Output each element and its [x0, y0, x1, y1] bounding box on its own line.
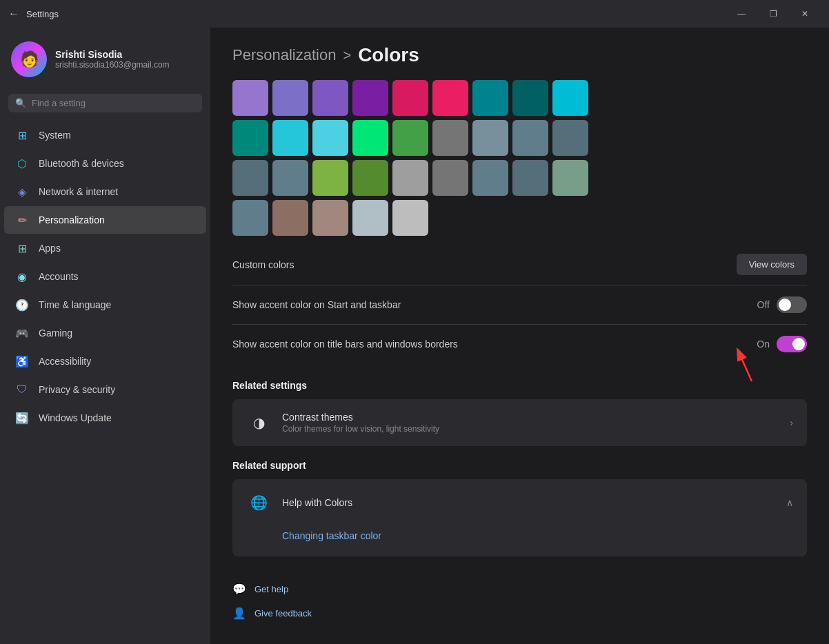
- breadcrumb: Personalization > Colors: [232, 44, 807, 66]
- nav-label-privacy: Privacy & security: [39, 384, 115, 395]
- sidebar-item-accessibility[interactable]: ♿ Accessibility: [4, 348, 206, 375]
- nav-label-personalization: Personalization: [39, 214, 105, 225]
- color-swatch-0-0[interactable]: [232, 80, 268, 116]
- search-input[interactable]: [32, 98, 195, 108]
- help-card-header[interactable]: 🌐 Help with Colors ∧: [232, 479, 807, 526]
- help-card-title-text: Help with Colors: [282, 497, 775, 508]
- user-name: Srishti Sisodia: [55, 49, 170, 60]
- color-swatch-0-2[interactable]: [312, 80, 348, 116]
- contrast-themes-card[interactable]: ◑ Contrast themes Color themes for low v…: [232, 399, 807, 446]
- color-swatch-3-3[interactable]: [352, 200, 388, 236]
- color-swatch-0-1[interactable]: [272, 80, 308, 116]
- sidebar-item-privacy[interactable]: 🛡 Privacy & security: [4, 376, 206, 403]
- sidebar-item-gaming[interactable]: 🎮 Gaming: [4, 319, 206, 347]
- view-colors-button[interactable]: View colors: [737, 254, 807, 275]
- nav-icon-time: 🕐: [15, 298, 29, 312]
- user-email: srishti.sisodia1603@gmail.com: [55, 60, 170, 70]
- nav-label-update: Windows Update: [39, 412, 112, 423]
- sidebar-item-bluetooth[interactable]: ⬡ Bluetooth & devices: [4, 150, 206, 177]
- minimize-button[interactable]: —: [726, 3, 757, 25]
- toggle-switch-0[interactable]: [777, 296, 807, 313]
- main-layout: 🧑 Srishti Sisodia srishti.sisodia1603@gm…: [0, 28, 829, 644]
- color-swatch-1-0[interactable]: [232, 120, 268, 156]
- related-support-title: Related support: [232, 460, 807, 471]
- toggle-row-1: Show accent color on title bars and wind…: [232, 325, 807, 363]
- search-icon: 🔍: [15, 98, 26, 108]
- color-swatch-0-3[interactable]: [352, 80, 388, 116]
- help-globe-icon: 🌐: [246, 490, 271, 515]
- color-swatch-2-1[interactable]: [272, 160, 308, 196]
- bottom-link-icon-1: 👤: [232, 607, 246, 620]
- toggle-state-1: On: [757, 339, 770, 350]
- color-grid: [232, 80, 807, 236]
- breadcrumb-separator: >: [343, 48, 351, 63]
- color-swatch-2-3[interactable]: [352, 160, 388, 196]
- nav-icon-network: ◈: [15, 185, 29, 199]
- color-swatch-0-6[interactable]: [472, 80, 508, 116]
- color-swatch-1-7[interactable]: [512, 120, 548, 156]
- nav-icon-personalization: ✏: [15, 213, 29, 227]
- nav-label-system: System: [39, 130, 71, 141]
- toggle-switch-1[interactable]: [777, 336, 807, 352]
- related-settings-title: Related settings: [232, 380, 807, 391]
- sidebar-item-apps[interactable]: ⊞ Apps: [4, 234, 206, 262]
- window-controls: — ❐ ✕: [726, 3, 821, 25]
- avatar: 🧑: [11, 41, 47, 77]
- breadcrumb-parent[interactable]: Personalization: [232, 46, 336, 64]
- back-button[interactable]: ←: [8, 8, 19, 20]
- color-swatch-2-8[interactable]: [552, 160, 588, 196]
- sidebar-item-time[interactable]: 🕐 Time & language: [4, 291, 206, 319]
- color-swatch-2-5[interactable]: [432, 160, 468, 196]
- nav-label-time: Time & language: [39, 299, 111, 310]
- user-profile[interactable]: 🧑 Srishti Sisodia srishti.sisodia1603@gm…: [0, 28, 210, 88]
- sidebar-item-accounts[interactable]: ◉ Accounts: [4, 263, 206, 290]
- nav-icon-system: ⊞: [15, 128, 29, 142]
- maximize-button[interactable]: ❐: [757, 3, 789, 25]
- nav-icon-apps: ⊞: [15, 241, 29, 255]
- bottom-link-label-0: Get help: [254, 584, 288, 594]
- title-bar: ← Settings — ❐ ✕: [0, 0, 829, 28]
- color-swatch-3-2[interactable]: [312, 200, 348, 236]
- color-swatch-1-6[interactable]: [472, 120, 508, 156]
- color-swatch-3-0[interactable]: [232, 200, 268, 236]
- color-swatch-0-5[interactable]: [432, 80, 468, 116]
- color-swatch-1-3[interactable]: [352, 120, 388, 156]
- nav-label-accessibility: Accessibility: [39, 356, 91, 367]
- color-swatch-1-1[interactable]: [272, 120, 308, 156]
- contrast-title: Contrast themes: [282, 412, 779, 423]
- color-swatch-2-0[interactable]: [232, 160, 268, 196]
- toggle-knob-1: [792, 338, 805, 350]
- toggle-row-0: Show accent color on Start and taskbar O…: [232, 285, 807, 325]
- color-swatch-3-4[interactable]: [392, 200, 428, 236]
- bottom-link-icon-0: 💬: [232, 583, 246, 596]
- nav-list: ⊞ System ⬡ Bluetooth & devices ◈ Network…: [0, 121, 210, 432]
- card-text: Contrast themes Color themes for low vis…: [282, 412, 779, 434]
- bottom-link-0[interactable]: 💬 Get help: [232, 578, 807, 600]
- toggles-section: Show accent color on Start and taskbar O…: [232, 285, 807, 363]
- help-link-taskbar[interactable]: Changing taskbar color: [282, 526, 793, 545]
- search-box[interactable]: 🔍: [8, 94, 202, 112]
- toggle-label-1: Show accent color on title bars and wind…: [232, 339, 458, 350]
- color-swatch-1-5[interactable]: [432, 120, 468, 156]
- color-swatch-3-1[interactable]: [272, 200, 308, 236]
- bottom-link-1[interactable]: 👤 Give feedback: [232, 603, 807, 624]
- color-swatch-0-7[interactable]: [512, 80, 548, 116]
- color-swatch-2-4[interactable]: [392, 160, 428, 196]
- sidebar-item-system[interactable]: ⊞ System: [4, 121, 206, 149]
- color-row-2: [232, 160, 807, 196]
- color-swatch-2-6[interactable]: [472, 160, 508, 196]
- sidebar-item-network[interactable]: ◈ Network & internet: [4, 178, 206, 205]
- sidebar-item-personalization[interactable]: ✏ Personalization: [4, 206, 206, 234]
- sidebar-item-update[interactable]: 🔄 Windows Update: [4, 404, 206, 432]
- color-swatch-0-8[interactable]: [552, 80, 588, 116]
- nav-label-bluetooth: Bluetooth & devices: [39, 158, 124, 169]
- color-swatch-1-8[interactable]: [552, 120, 588, 156]
- close-button[interactable]: ✕: [789, 3, 821, 25]
- color-swatch-2-7[interactable]: [512, 160, 548, 196]
- color-swatch-0-4[interactable]: [392, 80, 428, 116]
- nav-icon-bluetooth: ⬡: [15, 157, 29, 170]
- color-swatch-1-2[interactable]: [312, 120, 348, 156]
- color-swatch-1-4[interactable]: [392, 120, 428, 156]
- toggle-knob-0: [779, 299, 791, 311]
- color-swatch-2-2[interactable]: [312, 160, 348, 196]
